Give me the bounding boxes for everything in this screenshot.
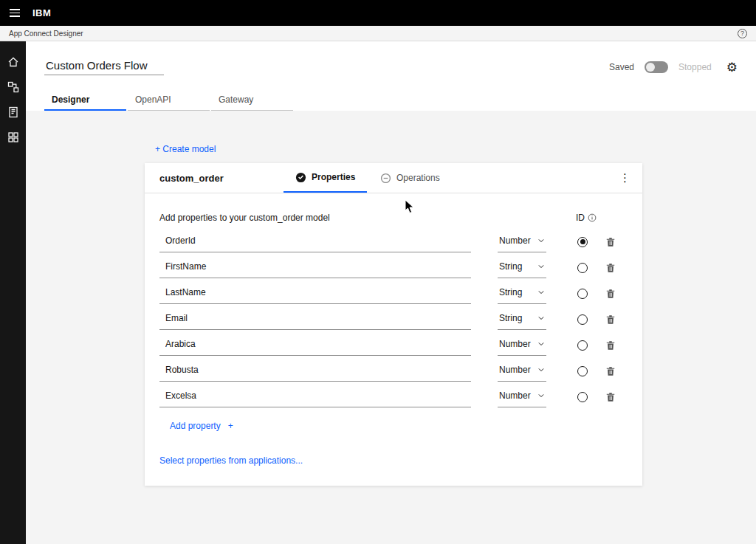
checkmark-filled-icon [295,172,306,183]
model-card: custom_order Properties Operations ⋮ Add… [145,163,642,486]
saved-status: Saved [609,62,634,72]
id-radio-button[interactable] [577,289,588,299]
home-icon[interactable] [7,56,19,68]
tab-openapi[interactable]: OpenAPI [128,90,210,111]
plus-icon: + [228,421,233,431]
property-type-select[interactable]: Number [498,232,546,252]
property-name-input[interactable] [159,283,471,304]
property-type-select[interactable]: String [498,309,546,330]
help-icon[interactable]: ? [738,29,747,38]
flow-header: Custom Orders Flow Saved Stopped ⚙ Desig… [26,41,756,111]
add-property-label: Add property [170,421,221,431]
property-name-input[interactable] [159,309,471,330]
chevron-down-icon [537,263,545,270]
property-type-select[interactable]: String [498,258,546,278]
catalog-icon[interactable] [7,106,19,118]
incomplete-circle-icon [380,173,391,184]
property-type-value: Number [499,235,531,246]
model-name: custom_order [145,163,284,193]
property-name-input[interactable] [159,257,471,278]
trash-icon[interactable] [605,263,616,273]
designer-canvas: + Create model custom_order Properties O… [26,111,756,544]
top-bar: IBM [0,0,756,26]
property-row: String [159,280,628,306]
header-tabs: Designer OpenAPI Gateway [44,90,738,111]
tab-gateway[interactable]: Gateway [211,90,293,111]
trash-icon[interactable] [605,314,616,325]
tab-operations[interactable]: Operations [368,163,452,193]
hamburger-menu-icon[interactable] [0,0,30,26]
chevron-down-icon [537,314,545,322]
property-row: String [159,255,628,280]
tab-designer[interactable]: Designer [44,90,126,111]
chevron-down-icon [537,289,545,296]
property-type-select[interactable]: Number [498,361,546,382]
settings-gear-icon[interactable]: ⚙ [726,61,738,74]
tab-operations-label: Operations [396,173,440,183]
chevron-down-icon [537,366,545,373]
app-title: App Connect Designer [9,30,83,38]
property-type-value: String [499,287,522,297]
id-column-label: ID [576,213,585,223]
id-radio-button[interactable] [577,392,588,402]
id-radio-button[interactable] [577,263,588,273]
trash-icon[interactable] [605,340,616,351]
property-type-value: Number [499,339,531,349]
id-radio-button[interactable] [577,366,588,376]
flow-title-field[interactable]: Custom Orders Flow [44,59,164,75]
flow-stop-toggle[interactable] [645,61,668,73]
property-row: Number [159,229,628,255]
property-type-select[interactable]: Number [498,387,546,407]
sidebar [0,41,26,544]
property-type-select[interactable]: Number [498,335,546,356]
property-row: Number [159,384,628,410]
ibm-logo: IBM [32,7,51,18]
id-radio-button[interactable] [577,314,588,325]
properties-list: Number String String [159,229,628,410]
property-name-input[interactable] [159,231,471,252]
model-card-header: custom_order Properties Operations ⋮ [145,163,642,193]
property-type-value: Number [499,390,531,401]
property-row: Number [159,332,628,358]
property-type-value: String [499,313,522,323]
properties-description: Add properties to your custom_order mode… [159,213,570,223]
chevron-down-icon [537,340,545,348]
trash-icon[interactable] [605,392,616,402]
dashboard-icon[interactable] [7,131,19,143]
property-type-select[interactable]: String [498,283,546,304]
tab-properties[interactable]: Properties [284,163,367,193]
tab-properties-label: Properties [312,172,355,182]
trash-icon[interactable] [605,366,616,376]
property-row: String [159,306,628,332]
property-row: Number [159,358,628,384]
trash-icon[interactable] [605,237,616,247]
create-model-link[interactable]: + Create model [155,144,216,154]
toggle-state-label: Stopped [678,62,712,72]
info-icon[interactable] [588,213,597,222]
id-radio-button[interactable] [577,340,588,351]
integrations-icon[interactable] [7,81,19,93]
property-type-value: Number [499,365,531,375]
overflow-menu-icon[interactable]: ⋮ [608,163,642,193]
id-radio-button[interactable] [577,237,588,247]
chevron-down-icon [537,392,545,399]
property-name-input[interactable] [159,334,471,356]
add-property-button[interactable]: Add property + [170,421,233,431]
property-name-input[interactable] [159,386,471,407]
app-bar: App Connect Designer ? [0,26,756,41]
chevron-down-icon [537,237,545,244]
property-name-input[interactable] [159,360,471,382]
property-type-value: String [499,261,522,272]
select-properties-link[interactable]: Select properties from applications... [159,455,303,466]
trash-icon[interactable] [605,289,616,299]
